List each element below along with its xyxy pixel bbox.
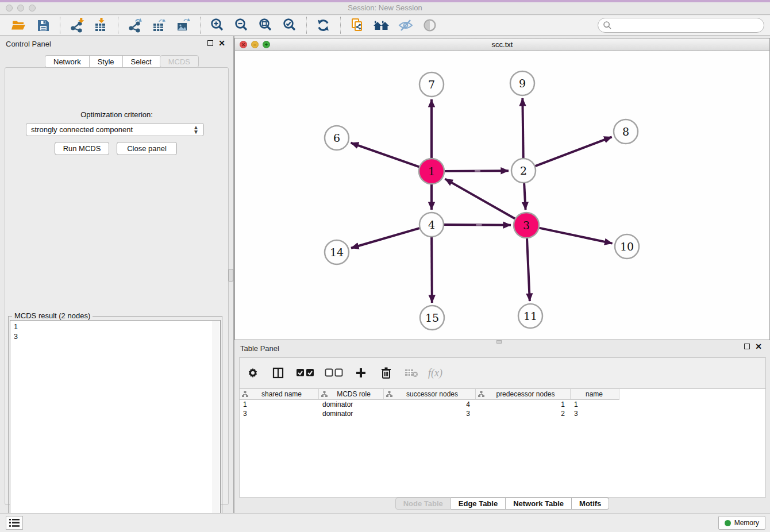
float-panel-icon[interactable] — [744, 344, 750, 349]
import-network-button[interactable] — [68, 17, 86, 34]
criterion-select[interactable]: strongly connected component ▲▼ — [26, 123, 204, 136]
mcds-result-textarea[interactable]: 1 3 — [10, 320, 221, 532]
network-view-window: ✕ − + scc.txt 7968124314101511 — [234, 38, 770, 340]
delete-columns-button[interactable] — [378, 364, 395, 381]
edge-3-1[interactable] — [445, 179, 516, 219]
open-session-button[interactable] — [10, 17, 28, 34]
window-titlebar: Session: New Session — [0, 0, 770, 15]
toolbar-separator — [118, 17, 118, 34]
column-header-mcds-role[interactable]: MCDS role — [319, 389, 384, 400]
export-network-icon — [128, 18, 143, 33]
column-header-predecessor-nodes[interactable]: predecessor nodes — [476, 389, 571, 400]
close-panel-icon[interactable]: ✕ — [218, 40, 225, 46]
network-graph[interactable]: 7968124314101511 — [235, 51, 769, 340]
toolbar-separator — [306, 17, 307, 34]
table-tabs: Node Table Edge Table Network Table Moti… — [234, 498, 770, 510]
criterion-value: strongly connected component — [31, 125, 133, 134]
edge-1-6[interactable] — [351, 143, 421, 168]
show-all-button[interactable] — [421, 17, 438, 34]
node-label-4: 4 — [428, 218, 435, 231]
duplicate-network-icon — [350, 18, 365, 33]
node-table[interactable]: shared name MCDS role successor nodes pr… — [240, 388, 765, 497]
edge-2-3[interactable] — [524, 182, 526, 210]
close-panel-icon[interactable]: ✕ — [755, 344, 762, 349]
table-toolbar: f(x) — [244, 361, 442, 384]
home-button[interactable] — [373, 17, 390, 34]
search-icon — [603, 21, 612, 30]
split-divider-handle[interactable] — [228, 269, 233, 282]
edge-3-11[interactable] — [527, 237, 530, 301]
tab-node-table[interactable]: Node Table — [395, 498, 451, 510]
table-panel-body: f(x) shared name MCDS role successor nod… — [239, 357, 766, 498]
node-label-3: 3 — [523, 219, 530, 232]
zoom-in-button[interactable] — [209, 17, 226, 34]
column-type-icon — [478, 391, 484, 398]
run-mcds-button[interactable]: Run MCDS — [55, 142, 109, 155]
hide-selected-button[interactable] — [397, 17, 414, 34]
list-icon — [9, 519, 20, 527]
network-window-titlebar[interactable]: ✕ − + scc.txt — [235, 38, 769, 51]
export-table-button[interactable] — [151, 17, 168, 34]
import-table-button[interactable] — [93, 17, 110, 34]
network-canvas[interactable]: 7968124314101511 — [235, 51, 769, 340]
control-panel-tabs: Network Style Select MCDS — [45, 55, 199, 68]
cell-shared-name: 1 — [240, 400, 319, 408]
toolbar-separator — [200, 17, 201, 34]
status-bar: Memory — [0, 513, 770, 532]
save-session-button[interactable] — [34, 17, 52, 34]
zoom-out-button[interactable] — [233, 17, 250, 34]
delete-table-icon — [405, 368, 418, 378]
export-image-button[interactable] — [175, 17, 192, 34]
column-header-shared-name[interactable]: shared name — [240, 389, 319, 400]
table-row[interactable]: 3 dominator 3 2 3 — [240, 409, 765, 418]
task-history-button[interactable] — [6, 516, 23, 530]
trash-icon — [380, 367, 392, 379]
deselect-all-columns-button[interactable] — [324, 364, 344, 381]
export-table-icon — [152, 18, 167, 33]
table-row[interactable]: 1 dominator 4 1 1 — [240, 400, 765, 409]
cell-predecessor-nodes: 2 — [476, 410, 571, 418]
checked-boxes-icon — [296, 368, 314, 377]
close-panel-button[interactable]: Close panel — [117, 142, 177, 155]
column-header-name[interactable]: name — [571, 389, 619, 400]
edge-3-10[interactable] — [538, 228, 613, 243]
zoom-fit-button[interactable] — [257, 17, 274, 34]
edge-4-15[interactable] — [432, 236, 432, 303]
tab-style[interactable]: Style — [89, 55, 122, 68]
mcds-result-line: 3 — [14, 332, 220, 342]
export-network-button[interactable] — [126, 17, 144, 34]
tab-motifs[interactable]: Motifs — [572, 498, 609, 510]
search-input[interactable] — [612, 20, 764, 31]
tab-select[interactable]: Select — [122, 55, 160, 68]
float-panel-icon[interactable] — [207, 40, 213, 46]
column-header-successor-nodes[interactable]: successor nodes — [384, 389, 476, 400]
tab-edge-table[interactable]: Edge Table — [451, 498, 506, 510]
add-column-button[interactable] — [352, 364, 369, 381]
apply-layout-button[interactable] — [315, 17, 332, 34]
tab-network[interactable]: Network — [45, 55, 89, 68]
plus-icon — [355, 367, 367, 379]
delete-table-button[interactable] — [403, 364, 420, 381]
show-column-panel-button[interactable] — [270, 364, 287, 381]
table-settings-button[interactable] — [244, 364, 261, 381]
table-header-row: shared name MCDS role successor nodes pr… — [240, 389, 765, 400]
refresh-icon — [316, 18, 331, 33]
toolbar-separator — [340, 17, 341, 34]
result-scrollbar[interactable] — [213, 321, 220, 532]
window-title: Session: New Session — [0, 3, 770, 12]
duplicate-network-button[interactable] — [349, 17, 366, 34]
apply-function-button[interactable]: f(x) — [428, 367, 442, 379]
column-type-icon — [321, 391, 328, 398]
edge-2-8[interactable] — [534, 137, 612, 167]
tab-mcds[interactable]: MCDS — [160, 55, 199, 68]
search-field[interactable] — [598, 18, 764, 33]
cell-mcds-role: dominator — [319, 400, 384, 408]
node-label-2: 2 — [520, 164, 527, 177]
memory-button[interactable]: Memory — [718, 516, 765, 530]
tab-network-table[interactable]: Network Table — [506, 498, 572, 510]
select-all-columns-button[interactable] — [295, 364, 315, 381]
edge-4-14[interactable] — [351, 228, 421, 248]
edge-2-9[interactable] — [522, 98, 523, 160]
zoom-selected-button[interactable] — [281, 17, 298, 34]
mcds-result-group: MCDS result (2 nodes) 1 3 — [8, 316, 222, 532]
